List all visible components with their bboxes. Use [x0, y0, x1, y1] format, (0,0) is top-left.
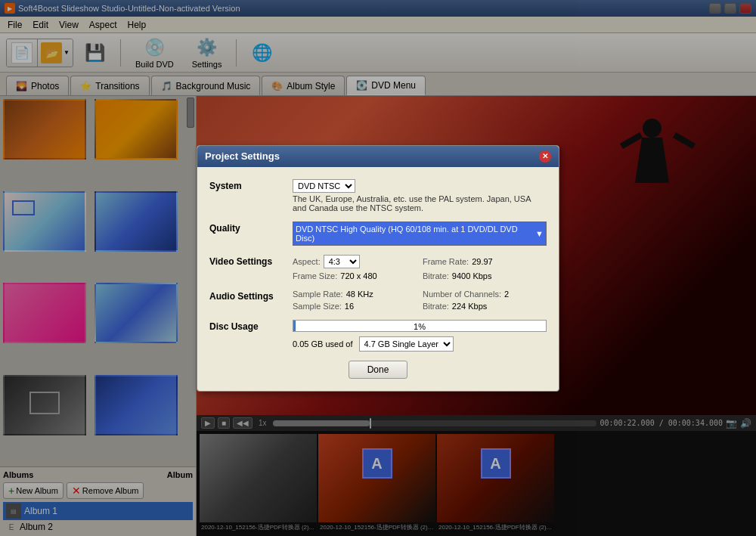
channels-row: Number of Channels: 2: [423, 290, 547, 299]
framerate-label: Frame Rate:: [423, 257, 469, 266]
quality-dropdown[interactable]: DVD NTSC High Quality (HQ 60/108 min. at…: [293, 222, 547, 246]
bitrate-row: Bitrate: 9400 Kbps: [423, 271, 547, 280]
aspect-select[interactable]: 4:3 16:9: [324, 255, 360, 268]
system-description: The UK, Europe, Australia, etc. use the …: [293, 194, 547, 212]
disc-usage-bar: 1%: [293, 320, 547, 332]
video-settings-label: Video Settings: [209, 255, 293, 267]
disc-usage-label: Disc Usage: [209, 320, 293, 332]
framesize-label: Frame Size:: [293, 271, 337, 280]
video-settings-content: Aspect: 4:3 16:9 Frame Rate: 29.97 Frame…: [293, 255, 547, 280]
framesize-row: Frame Size: 720 x 480: [293, 271, 417, 280]
dialog-title-bar: Project Settings ✕: [197, 146, 559, 167]
audio-settings-content: Sample Rate: 48 KHz Number of Channels: …: [293, 290, 547, 311]
bitrate-value: 9400 Kbps: [452, 271, 492, 280]
aspect-label: Aspect:: [293, 257, 321, 266]
audio-bitrate-label: Bitrate:: [423, 302, 449, 311]
quality-dropdown-arrow: ▼: [535, 229, 544, 238]
quality-label: Quality: [209, 222, 293, 234]
disc-usage-gb: 0.05 GB used of: [293, 339, 353, 349]
audio-bitrate-row: Bitrate: 224 Kbps: [423, 302, 547, 311]
channels-value: 2: [504, 290, 509, 299]
channels-label: Number of Channels:: [423, 290, 501, 299]
audio-bitrate-value: 224 Kbps: [452, 302, 487, 311]
framerate-value: 29.97: [472, 257, 493, 266]
framerate-row: Frame Rate: 29.97: [423, 255, 547, 268]
video-settings-grid: Aspect: 4:3 16:9 Frame Rate: 29.97 Frame…: [293, 255, 547, 280]
aspect-row: Aspect: 4:3 16:9: [293, 255, 417, 268]
dialog-overlay: Project Settings ✕ System DVD NTSC DVD P…: [0, 0, 756, 536]
disc-type-select[interactable]: 4.7 GB Single Layer 8.5 GB Dual Layer: [359, 336, 454, 352]
audio-settings-label: Audio Settings: [209, 290, 293, 302]
samplerate-value: 48 KHz: [346, 290, 373, 299]
bitrate-label: Bitrate:: [423, 271, 449, 280]
samplesize-row: Sample Size: 16: [293, 302, 417, 311]
quality-value: DVD NTSC High Quality (HQ 60/108 min. at…: [296, 225, 535, 243]
done-button[interactable]: Done: [349, 361, 408, 379]
system-content: DVD NTSC DVD PAL The UK, Europe, Austral…: [293, 179, 547, 212]
audio-settings-row: Audio Settings Sample Rate: 48 KHz Numbe…: [209, 290, 547, 311]
dialog-body: System DVD NTSC DVD PAL The UK, Europe, …: [197, 167, 559, 391]
disc-usage-content: 1% 0.05 GB used of 4.7 GB Single Layer 8…: [293, 320, 547, 352]
samplesize-value: 16: [345, 302, 354, 311]
disc-usage-percent: 1%: [293, 321, 546, 333]
samplesize-label: Sample Size:: [293, 302, 342, 311]
quality-content: DVD NTSC High Quality (HQ 60/108 min. at…: [293, 222, 547, 246]
samplerate-row: Sample Rate: 48 KHz: [293, 290, 417, 299]
dialog-title-text: Project Settings: [205, 150, 280, 162]
system-label: System: [209, 179, 293, 191]
project-settings-dialog: Project Settings ✕ System DVD NTSC DVD P…: [197, 145, 559, 392]
framesize-value: 720 x 480: [340, 271, 376, 280]
disc-usage-row: Disc Usage 1% 0.05 GB used of 4.7 GB Sin…: [209, 320, 547, 352]
samplerate-label: Sample Rate:: [293, 290, 343, 299]
disc-detail-row: 0.05 GB used of 4.7 GB Single Layer 8.5 …: [293, 336, 547, 352]
system-row: System DVD NTSC DVD PAL The UK, Europe, …: [209, 179, 547, 212]
video-settings-row: Video Settings Aspect: 4:3 16:9 Frame Ra…: [209, 255, 547, 280]
quality-row: Quality DVD NTSC High Quality (HQ 60/108…: [209, 222, 547, 246]
audio-settings-grid: Sample Rate: 48 KHz Number of Channels: …: [293, 290, 547, 311]
dialog-close-button[interactable]: ✕: [539, 150, 551, 163]
system-select[interactable]: DVD NTSC DVD PAL: [293, 179, 355, 193]
